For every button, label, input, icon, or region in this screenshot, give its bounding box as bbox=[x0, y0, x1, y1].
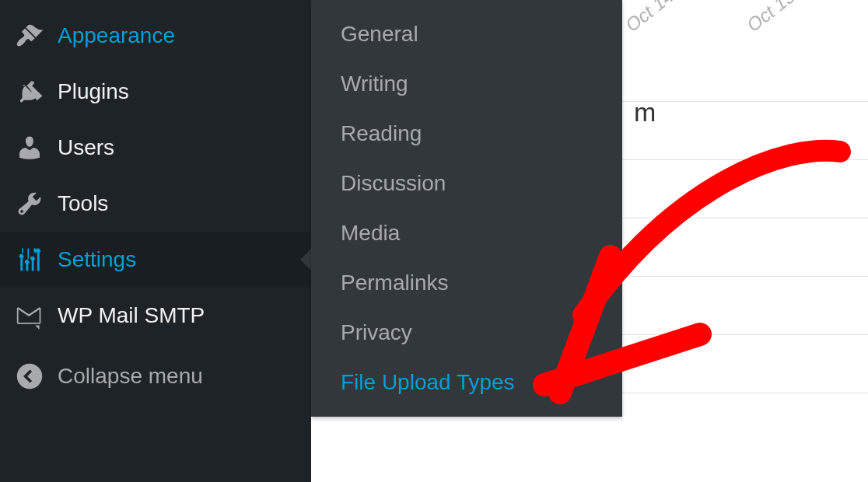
submenu-item-reading[interactable]: Reading bbox=[311, 109, 622, 159]
submenu-item-privacy[interactable]: Privacy bbox=[311, 308, 622, 358]
sidebar-item-settings[interactable]: Settings bbox=[0, 232, 311, 288]
collapse-label: Collapse menu bbox=[58, 364, 203, 389]
settings-submenu: General Writing Reading Discussion Media… bbox=[311, 0, 622, 417]
date-label: Oct 14 bbox=[621, 0, 678, 37]
date-label: Oct 15 bbox=[743, 0, 800, 37]
sidebar-item-label: WP Mail SMTP bbox=[58, 303, 205, 328]
sidebar-item-appearance[interactable]: Appearance bbox=[0, 0, 311, 64]
brush-icon bbox=[16, 22, 44, 50]
submenu-item-permalinks[interactable]: Permalinks bbox=[311, 258, 622, 308]
collapse-menu[interactable]: Collapse menu bbox=[0, 348, 311, 404]
sidebar-item-label: Users bbox=[58, 135, 114, 160]
sidebar-item-plugins[interactable]: Plugins bbox=[0, 64, 311, 120]
sidebar-item-tools[interactable]: Tools bbox=[0, 176, 311, 232]
svg-point-0 bbox=[17, 364, 42, 389]
sidebar-item-label: Appearance bbox=[58, 23, 175, 48]
admin-sidebar: Appearance Plugins Users Tools Settings … bbox=[0, 0, 311, 482]
plug-icon bbox=[16, 78, 44, 106]
sliders-icon bbox=[16, 246, 44, 274]
wrench-icon bbox=[16, 190, 44, 218]
submenu-item-media[interactable]: Media bbox=[311, 208, 622, 258]
sidebar-item-wp-mail-smtp[interactable]: WP Mail SMTP bbox=[0, 288, 311, 344]
submenu-item-file-upload-types[interactable]: File Upload Types bbox=[311, 358, 622, 407]
submenu-item-writing[interactable]: Writing bbox=[311, 59, 622, 109]
submenu-item-general[interactable]: General bbox=[311, 9, 622, 59]
sidebar-item-label: Tools bbox=[58, 191, 108, 216]
sidebar-item-label: Plugins bbox=[58, 79, 129, 104]
mail-icon bbox=[16, 302, 44, 330]
sidebar-item-users[interactable]: Users bbox=[0, 120, 311, 176]
user-icon bbox=[16, 134, 44, 162]
submenu-item-discussion[interactable]: Discussion bbox=[311, 159, 622, 208]
sidebar-item-label: Settings bbox=[58, 247, 136, 272]
collapse-icon bbox=[16, 362, 44, 390]
